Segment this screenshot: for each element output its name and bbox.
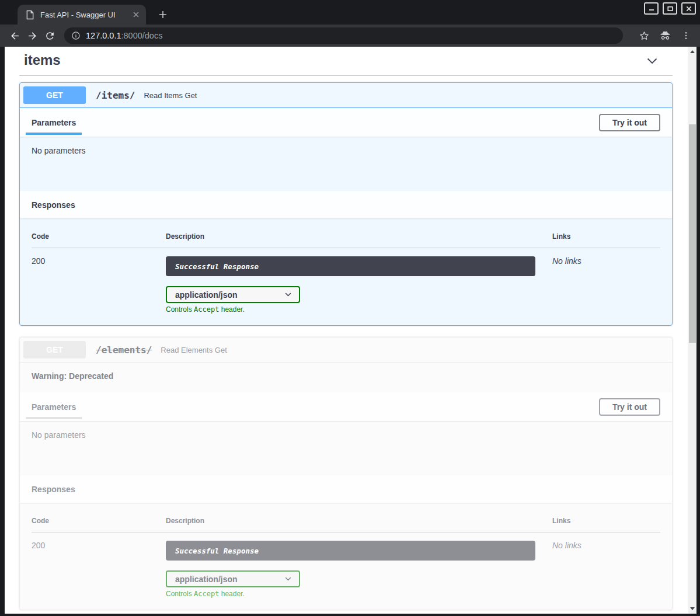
deprecated-warning: Warning: Deprecated [20, 363, 672, 392]
response-code: 200 [32, 256, 166, 314]
parameters-title: Parameters [32, 402, 76, 412]
column-code: Code [32, 517, 166, 525]
document-icon [26, 10, 34, 20]
window-controls [644, 2, 696, 15]
method-badge: GET [23, 341, 86, 359]
response-row: 200 Successful Response application/json… [32, 248, 660, 314]
bookmark-star-icon[interactable] [636, 27, 652, 44]
responses-table-head: Code Description Links [32, 517, 660, 533]
url-host: 127.0.0.1 [86, 31, 121, 40]
responses-header: Responses [20, 475, 672, 503]
opblock-get-items: GET /items/ Read Items Get Parameters Tr… [19, 82, 673, 326]
url-bar[interactable]: 127.0.0.1:8000/docs [64, 27, 623, 44]
scroll-up-arrow[interactable] [688, 48, 696, 55]
chevron-down-icon[interactable] [645, 53, 660, 68]
response-links: No links [552, 256, 660, 314]
try-it-out-button[interactable]: Try it out [599, 114, 660, 131]
accept-note-prefix: Controls [166, 305, 194, 314]
parameters-title: Parameters [32, 118, 76, 127]
accept-note-code: Accept [194, 590, 219, 598]
method-badge: GET [23, 86, 86, 104]
accept-note-suffix: header. [219, 305, 244, 314]
browser-toolbar: 127.0.0.1:8000/docs [0, 25, 700, 47]
tab-parameters[interactable]: Parameters [26, 108, 82, 137]
parameters-body: No parameters [20, 137, 672, 191]
kebab-menu-icon[interactable] [678, 27, 694, 44]
column-description: Description [166, 517, 552, 525]
media-type-value: application/json [175, 575, 238, 584]
try-it-out-button[interactable]: Try it out [599, 398, 660, 416]
back-button[interactable] [6, 27, 23, 44]
accept-note-suffix: header. [219, 590, 244, 598]
response-description-cell: Successful Response application/json Con… [166, 541, 552, 598]
reload-button[interactable] [41, 27, 58, 44]
url-suffix: :8000/docs [121, 31, 162, 40]
opblock-summary[interactable]: GET /items/ Read Items Get [20, 83, 672, 108]
parameters-header: Parameters Try it out [20, 108, 672, 137]
tag-section-header[interactable]: items [19, 47, 673, 76]
tab-close-icon[interactable] [131, 9, 141, 20]
parameters-header: Parameters Try it out [20, 392, 672, 421]
endpoint-summary: Read Items Get [144, 91, 197, 100]
accept-header-note: Controls Accept header. [166, 590, 552, 598]
response-description: Successful Response [166, 256, 535, 276]
media-type-select[interactable]: application/json [166, 286, 300, 303]
tab-strip: Fast API - Swagger UI [0, 0, 700, 25]
endpoint-path: /items/ [96, 90, 135, 101]
no-parameters-text: No parameters [32, 146, 86, 155]
media-type-select[interactable]: application/json [166, 570, 300, 587]
parameters-body: No parameters [20, 421, 672, 475]
page-scrollbar[interactable] [688, 47, 696, 614]
new-tab-button[interactable] [155, 7, 170, 22]
tab-title: Fast API - Swagger UI [40, 11, 125, 19]
window-close-button[interactable] [681, 2, 696, 15]
accept-header-note: Controls Accept header. [166, 305, 552, 314]
response-code: 200 [32, 541, 166, 598]
scrollbar-thumb[interactable] [689, 124, 696, 343]
window-minimize-button[interactable] [644, 2, 659, 15]
column-code: Code [32, 232, 166, 241]
window-maximize-button[interactable] [663, 2, 677, 15]
column-links: Links [552, 517, 660, 525]
url-text: 127.0.0.1:8000/docs [86, 31, 162, 40]
response-row: 200 Successful Response application/json… [32, 533, 660, 598]
tag-title: items [24, 52, 61, 68]
responses-header: Responses [20, 191, 672, 218]
opblock-get-elements-deprecated: GET /elements/ Read Elements Get Warning… [19, 337, 673, 610]
responses-title: Responses [32, 200, 75, 210]
responses-title: Responses [32, 485, 75, 494]
responses-table-head: Code Description Links [32, 232, 660, 248]
scroll-down-arrow[interactable] [688, 605, 696, 612]
opblock-summary[interactable]: GET /elements/ Read Elements Get [20, 337, 672, 363]
endpoint-path: /elements/ [96, 344, 152, 356]
chevron-down-icon [284, 291, 292, 298]
page-viewport: items GET /items/ Read Items Get Paramet… [5, 47, 696, 614]
column-links: Links [552, 232, 660, 241]
chevron-down-icon [284, 575, 292, 583]
response-links: No links [552, 541, 660, 598]
responses-body: Code Description Links 200 Successful Re… [20, 503, 672, 610]
incognito-icon[interactable] [657, 27, 673, 44]
responses-body: Code Description Links 200 Successful Re… [20, 218, 672, 325]
media-type-value: application/json [175, 290, 238, 300]
accept-note-code: Accept [194, 305, 219, 314]
swagger-ui: items GET /items/ Read Items Get Paramet… [19, 47, 673, 610]
endpoint-summary: Read Elements Get [161, 346, 227, 354]
response-description: Successful Response [166, 541, 535, 561]
tab-parameters[interactable]: Parameters [26, 392, 82, 421]
browser-tab[interactable]: Fast API - Swagger UI [18, 5, 146, 25]
site-info-icon[interactable] [71, 31, 81, 40]
forward-button[interactable] [23, 27, 41, 44]
no-parameters-text: No parameters [32, 430, 86, 440]
response-description-cell: Successful Response application/json Con… [166, 256, 552, 314]
column-description: Description [166, 232, 552, 241]
accept-note-prefix: Controls [166, 590, 194, 598]
